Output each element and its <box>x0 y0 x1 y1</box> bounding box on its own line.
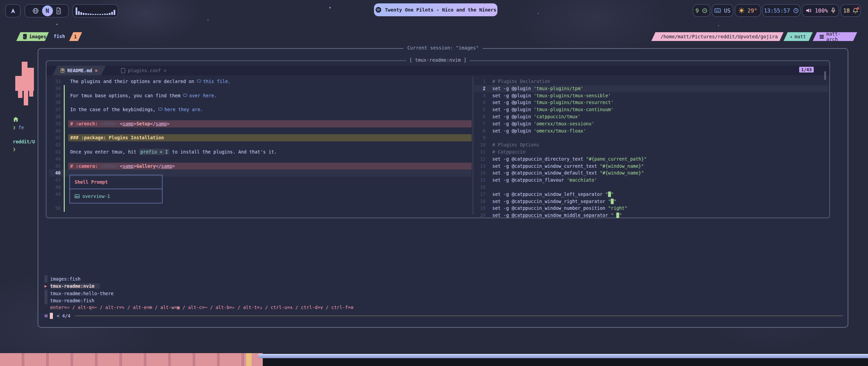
line-number: 39 <box>49 120 61 127</box>
code-segment: 'tmux-plugins/tmux-sensible' <box>534 93 611 98</box>
link-icon <box>197 80 201 82</box>
session-item[interactable]: ▶tmux-readme:nvim <box>44 283 114 290</box>
gutter-block <box>44 275 47 283</box>
volume-widget[interactable]: 100% <box>802 4 839 17</box>
code-segment: > <box>172 163 175 169</box>
tmux-window-name[interactable]: fish <box>54 34 65 39</box>
line-number: 11 <box>474 148 486 156</box>
code-segment: set -g @catppuccin_flavour <box>492 177 567 183</box>
code-segment: set -g @plugin <box>492 121 534 126</box>
line-number: 1 <box>474 78 486 85</box>
line-text: set -g @plugin 'tmux-plugins/tmux-contin… <box>486 106 828 113</box>
session-label: tmux-readme:nvim <box>50 283 100 289</box>
editor-line: 5set -g @plugin 'tmux-plugins/tmux-conti… <box>474 106 828 113</box>
code-segment: > <box>134 163 136 169</box>
visualizer-bar <box>102 14 103 15</box>
close-icon[interactable]: × <box>164 68 166 73</box>
visualizer-bar <box>90 14 92 15</box>
code-segment: set -g @catppuccin_window_number_positio… <box>492 205 608 211</box>
notification-bell[interactable] <box>853 8 858 14</box>
tab-label: README.md <box>67 68 92 73</box>
editor-line: 15set -g @catppuccin_flavour 'macchiato' <box>474 177 828 184</box>
line-text: set -g @catppuccin_directory_text "#{pan… <box>486 156 828 163</box>
update-icon <box>702 8 708 14</box>
tmux-host: matt-arch <box>826 31 850 42</box>
line-number: 12 <box>474 156 486 163</box>
globe-icon <box>32 7 39 14</box>
visualizer-bar <box>95 14 96 15</box>
editor-line: 4set -g @plugin 'tmux-plugins/tmux-resur… <box>474 99 828 106</box>
session-item[interactable]: images:fish <box>44 275 114 283</box>
code-segment: set -g @catppuccin_window_default_text <box>492 170 600 176</box>
calendar-widget[interactable]: 18 <box>841 4 861 17</box>
code-segment: ### :package: Plugins Installation <box>70 135 164 140</box>
code-segment: set -g @plugin <box>492 100 534 105</box>
tmux-window-index[interactable]: 1 <box>69 32 82 41</box>
code-segment: For tmux base options, you can find them <box>70 93 183 98</box>
visualizer-bar <box>109 13 111 15</box>
keybinding-hints: enter=⏎ / alt-q=✂ / alt-r=✎ / alt-e=⊞ / … <box>50 305 353 310</box>
line-number: 43 <box>49 148 61 156</box>
code-segment: prefix + I <box>139 149 169 155</box>
workspace-files[interactable] <box>56 7 61 14</box>
editor-line: 18set -g @catppuccin_window_right_separa… <box>474 198 828 205</box>
code-segment: set -g @catppuccin_window_middle_separat… <box>492 212 611 218</box>
line-number: 50 <box>49 205 61 212</box>
editor-line: 12set -g @catppuccin_directory_text "#{p… <box>474 156 828 163</box>
workspace-nvim-active[interactable]: N <box>42 5 53 16</box>
prompt-chevron[interactable]: ❯ <box>13 146 16 152</box>
launcher-button[interactable] <box>5 4 21 18</box>
tmux-session-tab[interactable]: ›_ images <box>16 32 49 41</box>
code-segment: 'tmux-plugins/tmux-continuum' <box>534 107 614 112</box>
table-row: overview-1 <box>70 189 162 203</box>
line-number: 19 <box>474 205 486 212</box>
wallpaper-star <box>56 24 58 25</box>
readme-pane[interactable]: Shell Prompt overview-1 33The plugins an… <box>49 78 472 212</box>
line-text <box>486 134 828 141</box>
plugins-conf-pane[interactable]: 1# Plugins Declaration2set -g @plugin 't… <box>474 78 828 219</box>
code-segment: samp <box>122 163 134 169</box>
audio-visualizer <box>72 4 118 18</box>
workspace-browser[interactable] <box>32 7 39 14</box>
line-number: 49 <box>49 191 61 198</box>
visualizer-bar <box>106 14 108 15</box>
table-row: Shell Prompt <box>70 175 162 189</box>
code-segment: </ <box>156 163 161 169</box>
weather-widget[interactable]: 29° <box>735 4 761 17</box>
line-number: 10 <box>474 141 486 148</box>
close-icon[interactable]: × <box>95 68 98 73</box>
tab-plugins-conf[interactable]: plugins.conf × <box>113 66 175 75</box>
session-item[interactable]: tmux-readme:hello-there <box>44 290 114 297</box>
code-segment: Gallery <box>136 163 156 169</box>
code-segment: 'omerxx/tmux-sessionx' <box>534 121 594 126</box>
host-icon <box>820 35 824 39</box>
tab-readme-md[interactable]: M README.md × <box>53 66 106 75</box>
markdown-link[interactable]: over here. <box>183 93 217 98</box>
wallpaper-gold-streak <box>246 353 252 366</box>
music-widget[interactable]: Twenty One Pilots - Nico and the Niners <box>374 3 497 16</box>
line-number: 47 <box>49 177 61 184</box>
code-segment: <200e> <box>100 121 117 126</box>
clock-widget[interactable]: 13:55:57 <box>762 4 801 17</box>
keyboard-layout-widget[interactable]: US <box>712 4 733 17</box>
session-item[interactable]: tmux-readme:fish <box>44 297 114 305</box>
markdown-link[interactable]: here they are. <box>158 107 203 112</box>
line-text: set -g @catppuccin_window_right_separato… <box>486 198 828 205</box>
code-segment: "#{window_name}" <box>600 163 644 169</box>
updates-count: 9 <box>695 7 699 14</box>
line-number: 20 <box>474 212 486 219</box>
clock-time: 13:55:57 <box>764 7 790 14</box>
updates-widget[interactable]: 9 <box>693 4 710 17</box>
text-cursor <box>50 313 53 319</box>
code-segment: set -g @catppuccin_window_current_text <box>492 163 600 169</box>
line-text <box>68 141 472 148</box>
line-number: 36 <box>49 99 61 106</box>
line-number: 42 <box>49 141 61 148</box>
markdown-link[interactable]: this file. <box>197 79 231 84</box>
fzf-prompt[interactable]: ⊞ < 4/4 <box>44 312 843 320</box>
preview-window: [ tmux-readme:nvim ] M README.md × plugi… <box>46 60 830 218</box>
notification-dot <box>857 7 859 9</box>
editor-line: 7set -g @plugin 'omerxx/tmux-sessionx' <box>474 120 828 127</box>
line-text: # :camera: <200e> <samp>Gallery</samp> <box>68 163 472 170</box>
code-segment: Once you enter tmux, hit <box>70 149 139 155</box>
